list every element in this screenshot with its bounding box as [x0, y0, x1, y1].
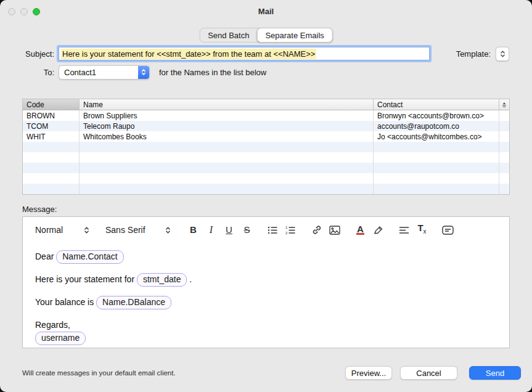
- cell-spacer: [499, 142, 509, 152]
- svg-text:2: 2: [285, 231, 288, 235]
- message-line: Dear Name.Contact: [35, 250, 497, 264]
- cancel-button[interactable]: Cancel: [400, 366, 457, 380]
- message-line: Regards,: [35, 319, 497, 332]
- tab-separate-emails[interactable]: Separate Emails: [256, 28, 332, 43]
- cell-code: [23, 184, 80, 194]
- column-header-code[interactable]: Code: [23, 99, 80, 110]
- cell-contact: Bronwyn <accounts@brown.co>: [374, 110, 499, 121]
- table-body: BROWNBrown SuppliersBronwyn <accounts@br…: [23, 110, 509, 194]
- strikethrough-icon[interactable]: S: [238, 222, 256, 238]
- italic-icon[interactable]: I: [202, 222, 220, 238]
- cell-name: [80, 184, 374, 194]
- cell-code: [23, 142, 80, 152]
- numbered-list-icon[interactable]: 12: [282, 222, 300, 238]
- cell-spacer: [499, 173, 509, 184]
- cell-code: [23, 152, 80, 163]
- merge-field-Name.Contact[interactable]: Name.Contact: [56, 250, 123, 264]
- table-row[interactable]: TCOMTelecom Raupoaccounts@raupotcom.co: [23, 121, 509, 131]
- cell-spacer: [499, 152, 509, 163]
- subject-input[interactable]: Here is your statement for <<stmt_date>>…: [59, 47, 430, 60]
- to-hint: for the Names in the list below: [159, 68, 266, 77]
- font-family-value: Sans Serif: [105, 225, 145, 235]
- message-line: Your balance is Name.DBalance: [35, 296, 497, 309]
- cell-name: Telecom Raupo: [80, 121, 374, 131]
- table-row-empty[interactable]: [23, 173, 509, 184]
- subject-label: Subject:: [20, 49, 54, 59]
- popup-arrows-icon: [138, 66, 149, 79]
- cell-contact: accounts@raupotcom.co: [374, 121, 499, 131]
- cell-name: [80, 163, 374, 173]
- template-dropdown[interactable]: [496, 47, 509, 61]
- batch-mode-tabs: Send BatchSeparate Emails: [199, 28, 333, 43]
- close-icon[interactable]: [8, 8, 15, 15]
- sort-icon[interactable]: [499, 99, 509, 110]
- zoom-icon[interactable]: [33, 8, 40, 15]
- traffic-lights: [8, 0, 40, 23]
- to-label: To:: [20, 68, 54, 77]
- send-button[interactable]: Send: [469, 366, 521, 380]
- merge-field-Name.DBalance[interactable]: Name.DBalance: [96, 296, 171, 309]
- table-header: CodeNameContact: [23, 99, 509, 110]
- chevron-updown-icon: [500, 50, 505, 58]
- cell-code: BROWN: [23, 110, 80, 121]
- image-icon[interactable]: [325, 222, 343, 238]
- contacts-table: CodeNameContact BROWNBrown SuppliersBron…: [22, 99, 510, 195]
- clear-formatting-icon[interactable]: Tx: [413, 222, 431, 238]
- insert-block-icon[interactable]: [439, 222, 457, 238]
- cell-name: [80, 142, 374, 152]
- table-row[interactable]: WHITWhitcombes BooksJo <accounts@whitcom…: [23, 131, 509, 142]
- window-title: Mail: [258, 7, 274, 16]
- paragraph-style-dropdown[interactable]: Normal: [35, 225, 89, 235]
- tab-send-batch[interactable]: Send Batch: [200, 28, 257, 42]
- footer-note: Will create messages in your default ema…: [22, 369, 176, 377]
- cell-contact: Jo <accounts@whitcombes.co>: [374, 131, 499, 142]
- message-line: Here is your statement for stmt_date .: [35, 273, 497, 287]
- table-row-empty[interactable]: [23, 142, 509, 152]
- cell-contact: [374, 184, 499, 194]
- message-editor: Normal Sans Serif BIUS12ATx Dear Name.Co…: [22, 216, 510, 348]
- underline-icon[interactable]: U: [220, 222, 238, 238]
- merge-field-stmt_date[interactable]: stmt_date: [137, 273, 187, 287]
- text-color-icon[interactable]: A: [351, 222, 369, 238]
- message-body[interactable]: Dear Name.ContactHere is your statement …: [23, 243, 509, 345]
- subject-value: Here is your statement for <<stmt_date>>…: [61, 49, 316, 59]
- table-row-empty[interactable]: [23, 152, 509, 163]
- column-header-contact[interactable]: Contact: [374, 99, 499, 110]
- cell-code: [23, 163, 80, 173]
- chevron-updown-icon: [165, 226, 171, 234]
- cell-code: WHIT: [23, 131, 80, 142]
- mail-window: Mail Send BatchSeparate Emails Subject: …: [0, 0, 532, 392]
- message-line: username: [35, 332, 497, 345]
- to-row: To: Contact1 for the Names in the list b…: [20, 65, 266, 79]
- footer: Will create messages in your default ema…: [22, 365, 521, 381]
- cell-code: [23, 173, 80, 184]
- table-row-empty[interactable]: [23, 184, 509, 194]
- message-label: Message:: [22, 205, 57, 214]
- bullet-list-icon[interactable]: [264, 222, 282, 238]
- minimize-icon[interactable]: [20, 8, 28, 15]
- cell-name: Brown Suppliers: [80, 110, 374, 121]
- cell-spacer: [499, 110, 509, 121]
- bold-icon[interactable]: B: [184, 222, 202, 238]
- preview-button[interactable]: Preview...: [345, 366, 392, 380]
- to-dropdown[interactable]: Contact1: [59, 65, 150, 80]
- align-icon[interactable]: [395, 222, 413, 238]
- template-label: Template:: [456, 49, 491, 59]
- to-dropdown-value: Contact1: [59, 68, 138, 77]
- cell-name: [80, 152, 374, 163]
- subject-row: Subject: Here is your statement for <<st…: [20, 46, 509, 61]
- merge-field-username[interactable]: username: [35, 332, 86, 345]
- paragraph-style-value: Normal: [35, 225, 63, 235]
- table-row[interactable]: BROWNBrown SuppliersBronwyn <accounts@br…: [23, 110, 509, 121]
- link-icon[interactable]: [308, 222, 325, 238]
- cell-name: Whitcombes Books: [80, 131, 374, 142]
- table-row-empty[interactable]: [23, 163, 509, 173]
- font-family-dropdown[interactable]: Sans Serif: [105, 225, 171, 235]
- cell-spacer: [499, 163, 509, 173]
- cell-contact: [374, 142, 499, 152]
- titlebar: Mail: [0, 0, 532, 23]
- cell-code: TCOM: [23, 121, 80, 131]
- highlight-icon[interactable]: [369, 222, 387, 238]
- cell-spacer: [499, 131, 509, 142]
- column-header-name[interactable]: Name: [80, 99, 374, 110]
